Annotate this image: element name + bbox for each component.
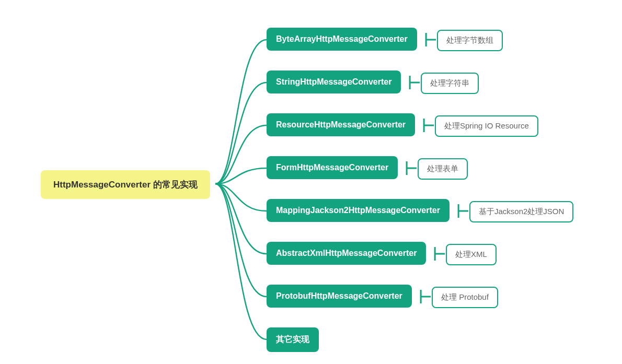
branch-node-7: 其它实现: [267, 327, 319, 352]
branch-node-2: ResourceHttpMessageConverter: [267, 113, 415, 136]
leaf-node-1: 处理字符串: [421, 73, 479, 94]
branch-node-0: ByteArrayHttpMessageConverter: [267, 28, 417, 51]
leaf-node-6: 处理 Protobuf: [432, 287, 498, 308]
branch-node-3: FormHttpMessageConverter: [267, 156, 398, 179]
leaf-node-3: 处理表单: [418, 158, 468, 180]
branch-node-4: MappingJackson2HttpMessageConverter: [267, 199, 450, 222]
leaf-node-2: 处理Spring IO Resource: [435, 115, 538, 137]
branch-node-1: StringHttpMessageConverter: [267, 71, 401, 93]
root-node: HttpMessageConverter 的常见实现: [41, 170, 210, 199]
branch-node-6: ProtobufHttpMessageConverter: [267, 285, 412, 308]
branch-node-5: AbstractXmlHttpMessageConverter: [267, 242, 426, 265]
leaf-node-5: 处理XML: [446, 244, 497, 265]
leaf-node-0: 处理字节数组: [437, 30, 503, 51]
leaf-node-4: 基于Jackson2处理JSON: [469, 201, 573, 222]
